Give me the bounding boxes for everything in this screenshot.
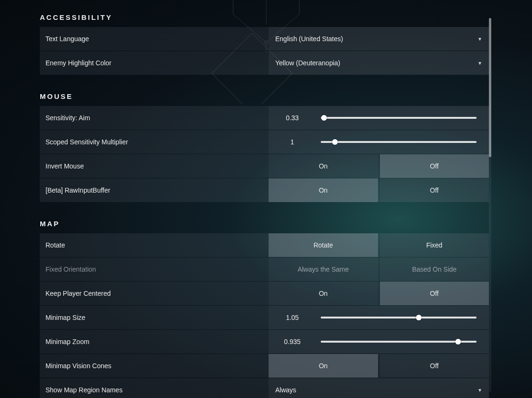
label-raw-input: [Beta] RawInputBuffer xyxy=(40,178,269,202)
slider-minimap-size[interactable]: 1.05 xyxy=(269,306,489,329)
row-enemy-highlight: Enemy Highlight Color Yellow (Deuteranop… xyxy=(40,51,489,75)
dropdown-value: Yellow (Deuteranopia) xyxy=(275,59,340,67)
slider-scoped-multiplier[interactable]: 1 xyxy=(269,130,489,154)
chevron-down-icon: ▼ xyxy=(478,388,482,393)
row-rotate: Rotate Rotate Fixed xyxy=(40,233,489,257)
toggle-centered-on[interactable]: On xyxy=(269,282,378,305)
slider-value[interactable]: 0.33 xyxy=(269,114,316,122)
dropdown-region-names[interactable]: Always ▼ xyxy=(269,378,489,398)
toggle-raw-off[interactable]: Off xyxy=(380,178,489,202)
slider-sensitivity-aim[interactable]: 0.33 xyxy=(269,106,489,130)
toggle-orient-same: Always the Same xyxy=(269,257,378,281)
label-fixed-orientation: Fixed Orientation xyxy=(40,257,269,281)
slider-track[interactable] xyxy=(321,341,477,343)
row-scoped-multiplier: Scoped Sensitivity Multiplier 1 xyxy=(40,130,489,154)
toggle-cones-off[interactable]: Off xyxy=(380,354,489,378)
row-region-names: Show Map Region Names Always ▼ xyxy=(40,378,489,398)
slider-track[interactable] xyxy=(321,141,477,143)
slider-thumb[interactable] xyxy=(321,115,327,121)
row-invert-mouse: Invert Mouse On Off xyxy=(40,154,489,178)
label-rotate: Rotate xyxy=(40,233,269,257)
label-region-names: Show Map Region Names xyxy=(40,378,269,398)
slider-thumb[interactable] xyxy=(455,339,461,345)
toggle-orient-side: Based On Side xyxy=(380,257,489,281)
toggle-cones-on[interactable]: On xyxy=(269,354,378,378)
row-minimap-zoom: Minimap Zoom 0.935 xyxy=(40,330,489,354)
slider-minimap-zoom[interactable]: 0.935 xyxy=(269,330,489,354)
slider-thumb[interactable] xyxy=(416,315,422,320)
section-header-mouse: MOUSE xyxy=(40,92,489,100)
toggle-centered-off[interactable]: Off xyxy=(380,282,489,305)
slider-track[interactable] xyxy=(321,317,477,318)
label-minimap-zoom: Minimap Zoom xyxy=(40,330,269,354)
slider-value[interactable]: 1 xyxy=(269,138,316,146)
dropdown-enemy-highlight[interactable]: Yellow (Deuteranopia) ▼ xyxy=(269,51,489,75)
row-raw-input: [Beta] RawInputBuffer On Off xyxy=(40,178,489,202)
dropdown-value: Always xyxy=(275,386,296,394)
settings-panel: ACCESSIBILITY Text Language English (Uni… xyxy=(40,13,489,398)
label-sensitivity-aim: Sensitivity: Aim xyxy=(40,106,269,130)
scrollbar-thumb[interactable] xyxy=(489,18,491,157)
chevron-down-icon: ▼ xyxy=(478,61,482,66)
label-minimap-size: Minimap Size xyxy=(40,306,269,329)
slider-value[interactable]: 0.935 xyxy=(269,338,316,345)
row-minimap-size: Minimap Size 1.05 xyxy=(40,306,489,329)
toggle-invert-off[interactable]: Off xyxy=(380,154,489,178)
row-sensitivity-aim: Sensitivity: Aim 0.33 xyxy=(40,106,489,130)
row-fixed-orientation: Fixed Orientation Always the Same Based … xyxy=(40,257,489,281)
chevron-down-icon: ▼ xyxy=(478,36,482,42)
slider-value[interactable]: 1.05 xyxy=(269,314,316,321)
slider-thumb[interactable] xyxy=(332,139,338,145)
dropdown-text-language[interactable]: English (United States) ▼ xyxy=(269,27,489,51)
row-vision-cones: Minimap Vision Cones On Off xyxy=(40,354,489,378)
row-text-language: Text Language English (United States) ▼ xyxy=(40,27,489,51)
label-scoped-multiplier: Scoped Sensitivity Multiplier xyxy=(40,130,269,154)
dropdown-value: English (United States) xyxy=(275,35,343,43)
label-enemy-highlight: Enemy Highlight Color xyxy=(40,51,269,75)
toggle-rotate-rotate[interactable]: Rotate xyxy=(269,233,378,257)
label-invert-mouse: Invert Mouse xyxy=(40,154,269,178)
label-vision-cones: Minimap Vision Cones xyxy=(40,354,269,378)
section-header-map: MAP xyxy=(40,220,489,228)
row-keep-centered: Keep Player Centered On Off xyxy=(40,282,489,305)
label-text-language: Text Language xyxy=(40,27,269,51)
label-keep-centered: Keep Player Centered xyxy=(40,282,269,305)
toggle-invert-on[interactable]: On xyxy=(269,154,378,178)
toggle-rotate-fixed[interactable]: Fixed xyxy=(380,233,489,257)
toggle-raw-on[interactable]: On xyxy=(269,178,378,202)
scrollbar[interactable] xyxy=(489,18,491,392)
section-header-accessibility: ACCESSIBILITY xyxy=(40,13,489,21)
slider-track[interactable] xyxy=(321,117,477,119)
